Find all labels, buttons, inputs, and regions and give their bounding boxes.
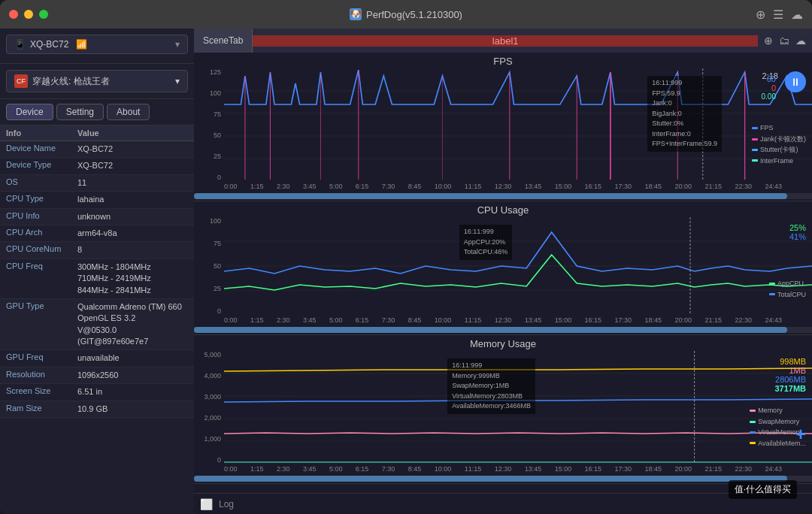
fps-legend: FPS Jank(卡顿次数) Stutter(卡顿) InterFrame (752, 122, 806, 166)
titlebar-actions: ⊕ ☰ ☁ (756, 8, 803, 22)
info-table-row: Ram Size 10.9 GB (0, 401, 194, 418)
cpu-legend: AppCPU TotalCPU (769, 278, 806, 300)
location-icon-2[interactable]: ⊕ (764, 35, 773, 47)
info-row-value: XQ-BC72 (77, 143, 188, 156)
folder-icon-2[interactable]: 🗂 (779, 35, 789, 47)
fps-xaxis: 0:001:152:303:455:006:157:308:4510:0011:… (194, 181, 812, 192)
app-window: 🐶 PerfDog(v5.1.210300) ⊕ ☰ ☁ 📱 XQ-BC72 📶… (0, 0, 812, 514)
device-icon: 📱 (14, 39, 26, 50)
memory-xaxis: 0:001:152:303:455:006:157:308:4510:0011:… (194, 464, 812, 474)
cpu-xaxis: 0:001:152:303:455:006:157:308:4510:0011:… (194, 315, 812, 325)
cpu-info-box: 16:11:999 AppCPU:20% TotalCPU:46% (459, 225, 513, 260)
info-table-row: Screen Size 6.51 in (0, 384, 194, 401)
label1-area: label1 (253, 35, 758, 47)
memory-chart: Memory Usage 5,000 4,000 3,000 2,000 1,0… (194, 335, 812, 484)
info-row-value: 11 (77, 177, 188, 189)
fps-chart-wrapper: 125 100 75 50 25 0 (194, 68, 812, 181)
info-row-key: CPU CoreNum (6, 243, 77, 254)
fps-scrollbar[interactable] (194, 193, 812, 199)
wifi-icon: 📶 (76, 39, 87, 50)
close-button[interactable] (9, 10, 18, 19)
info-row-value: 300MHz - 1804MHz 710MHz - 2419MHz 844MHz… (77, 261, 188, 297)
fps-chart: FPS 125 100 75 50 25 0 (194, 53, 812, 201)
log-expand-icon[interactable]: ⬜ (200, 498, 213, 510)
info-row-value: unknown (77, 210, 188, 223)
info-row-key: Device Name (6, 143, 77, 153)
info-table-header: Info Value (0, 125, 194, 141)
memory-chart-wrapper: 5,000 4,000 3,000 2,000 1,000 0 (194, 351, 812, 464)
tab-about[interactable]: About (107, 104, 150, 120)
titlebar: 🐶 PerfDog(v5.1.210300) ⊕ ☰ ☁ (0, 0, 812, 29)
location-icon[interactable]: ⊕ (756, 8, 765, 22)
info-row-key: GPU Freq (6, 352, 77, 362)
info-table-row: CPU CoreNum 8 (0, 242, 194, 259)
game-select-button[interactable]: CF 穿越火线: 枪战王者 ▾ (6, 70, 188, 92)
memory-chart-inner: 16:11:999 Memory:999MB SwapMemory:1MB Vi… (224, 351, 812, 464)
cloud-icon[interactable]: ☁ (791, 8, 803, 22)
info-row-key: Screen Size (6, 386, 77, 396)
info-row-key: CPU Info (6, 210, 77, 221)
info-table-row: GPU Type Qualcomm Adreno (TM) 660 OpenGL… (0, 299, 194, 351)
info-table-row: GPU Freq unavailable (0, 350, 194, 367)
fps-yaxis: 125 100 75 50 25 0 (194, 68, 224, 181)
info-table-row: Device Type XQ-BC72 (0, 158, 194, 174)
info-table-row: OS 11 (0, 175, 194, 192)
game-selector: CF 穿越火线: 枪战王者 ▾ (0, 64, 194, 99)
info-table-row: CPU Info unknown (0, 209, 194, 225)
charts-scroll[interactable]: FPS 125 100 75 50 25 0 (194, 53, 812, 493)
watermark: 值·什么值得买 (729, 480, 797, 499)
memory-chart-title: Memory Usage (194, 335, 812, 351)
topbar-icons: ⊕ 🗂 ☁ (758, 35, 812, 47)
add-chart-button[interactable]: + (795, 424, 806, 445)
cpu-current-values: 25% 41% (789, 223, 806, 241)
cpu-yaxis: 100 75 50 25 0 (194, 217, 224, 315)
sidebar: 📱 XQ-BC72 📶 ▾ CF 穿越火线: 枪战王者 ▾ Device Set… (0, 29, 194, 514)
memory-current-values: 998MB 1MB 2806MB 3717MB (774, 357, 806, 393)
cpu-scrollbar[interactable] (194, 327, 812, 333)
maximize-button[interactable] (39, 10, 48, 19)
info-row-key: CPU Freq (6, 261, 77, 271)
info-table-row: CPU Type lahaina (0, 192, 194, 208)
folder-icon[interactable]: ☰ (773, 8, 783, 22)
tab-device[interactable]: Device (6, 104, 53, 120)
info-row-key: GPU Type (6, 301, 77, 311)
device-name-label: XQ-BC72 (30, 39, 68, 50)
cpu-chart-title: CPU Usage (194, 201, 812, 217)
info-row-value: 8 (77, 243, 188, 256)
sidebar-tabs: Device Setting About (0, 99, 194, 125)
charts-topbar: SceneTab label1 ⊕ 🗂 ☁ (194, 29, 812, 53)
info-row-key: CPU Type (6, 193, 77, 204)
fps-chart-inner: 16:11:999 FPS:59.9 Jank:0 BigJank:0 Stut… (224, 68, 812, 181)
info-table-row: CPU Freq 300MHz - 1804MHz 710MHz - 2419M… (0, 259, 194, 299)
info-row-key: OS (6, 177, 77, 187)
fps-current-values: 60 0 0.00 (762, 74, 776, 101)
window-title: 🐶 PerfDog(v5.1.210300) (350, 8, 462, 20)
info-row-value: unavailable (77, 352, 188, 364)
minimize-button[interactable] (24, 10, 33, 19)
pause-button[interactable]: ⏸ (785, 71, 806, 92)
info-row-value: Qualcomm Adreno (TM) 660 OpenGL ES 3.2 V… (77, 301, 188, 349)
fps-svg (224, 68, 812, 181)
info-row-key: Resolution (6, 369, 77, 379)
charts-area: SceneTab label1 ⊕ 🗂 ☁ FPS 125 100 (194, 29, 812, 514)
memory-yaxis: 5,000 4,000 3,000 2,000 1,000 0 (194, 351, 224, 464)
fps-info-box: 16:11:999 FPS:59.9 Jank:0 BigJank:0 Stut… (647, 76, 722, 152)
game-dropdown-arrow: ▾ (175, 76, 180, 86)
info-table-row: CPU Arch arm64-v8a (0, 225, 194, 242)
app-icon: 🐶 (350, 8, 362, 20)
cpu-chart-wrapper: 100 75 50 25 0 (194, 217, 812, 315)
pause-icon: ⏸ (790, 76, 801, 88)
info-row-value: 1096x2560 (77, 369, 188, 382)
info-table-row: Resolution 1096x2560 (0, 367, 194, 384)
game-name-label: 穿越火线: 枪战王者 (32, 75, 110, 88)
cloud-icon-2[interactable]: ☁ (795, 35, 806, 47)
window-controls (9, 10, 48, 19)
cpu-chart-inner: 16:11:999 AppCPU:20% TotalCPU:46% 25% 41… (224, 217, 812, 315)
info-row-value: XQ-BC72 (77, 159, 188, 172)
device-selector: 📱 XQ-BC72 📶 ▾ (0, 29, 194, 64)
memory-scrollbar[interactable] (194, 476, 812, 482)
tab-setting[interactable]: Setting (56, 104, 104, 120)
info-table-row: Device Name XQ-BC72 (0, 141, 194, 158)
scenetab-button[interactable]: SceneTab (194, 29, 253, 53)
device-select-button[interactable]: 📱 XQ-BC72 📶 ▾ (6, 35, 188, 54)
